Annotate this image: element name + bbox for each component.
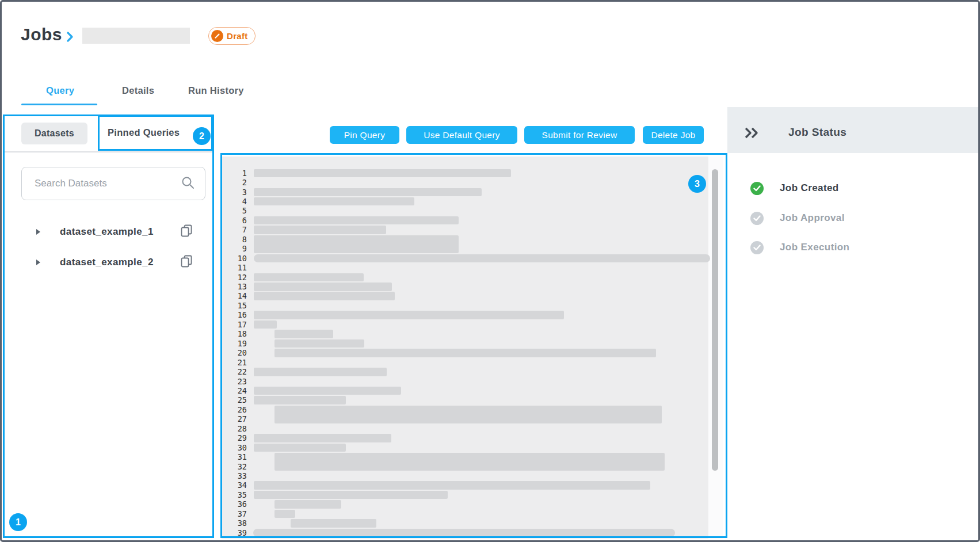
redacted-code-bar [254,292,395,300]
job-status-step-label: Job Approval [780,212,845,224]
code-line: 38 [222,518,723,528]
line-number: 21 [222,358,247,367]
search-icon [181,176,195,192]
collapse-sidebar-icon[interactable] [743,127,761,142]
job-status-step: Job Created [750,181,839,195]
code-line: 31 [222,452,723,462]
line-number: 38 [222,518,247,528]
panel-tab-divider [5,151,213,152]
line-number: 36 [222,499,247,509]
copy-icon[interactable] [181,224,193,240]
line-number: 18 [222,329,247,338]
line-number: 22 [222,367,247,376]
code-line: 4 [222,197,723,207]
line-number: 34 [222,480,247,490]
redacted-code-bar [253,529,675,537]
code-line: 12 [222,273,723,283]
line-number: 30 [222,443,247,452]
pin-query-button[interactable]: Pin Query [330,126,399,144]
tab-pinned-queries[interactable]: Pinned Queries [108,127,180,138]
expand-caret-icon[interactable] [36,259,40,265]
line-number: 32 [222,462,247,471]
redacted-code-bar [254,434,391,442]
tab-datasets[interactable]: Datasets [21,123,87,144]
code-line: 5 [222,206,723,216]
redacted-code-bar [254,368,387,376]
dataset-row: dataset_example_2 [21,254,205,270]
redacted-code-bar [274,330,333,338]
line-number: 39 [222,528,247,537]
breadcrumb-chevron-icon [66,31,74,45]
line-number: 20 [222,348,247,357]
redacted-code-bar [254,283,392,291]
redacted-code-bar [274,510,295,518]
redacted-code-bar [291,519,376,528]
line-number: 17 [222,320,247,329]
code-line: 21 [222,358,723,368]
code-line: 33 [222,471,723,481]
query-editor[interactable]: 1234567891011121314151617181920212223242… [222,157,723,539]
code-line: 2 [222,178,723,188]
code-line: 37 [222,509,723,519]
line-number: 33 [222,471,247,480]
copy-icon[interactable] [181,255,193,270]
line-number: 28 [222,424,247,433]
code-line: 22 [222,367,723,377]
active-tab-underline [21,104,97,105]
code-line: 34 [222,480,723,490]
code-line: 23 [222,377,723,387]
tab-details[interactable]: Details [122,85,154,96]
job-status-title: Job Status [788,126,846,139]
line-number: 6 [222,216,247,225]
line-number: 11 [222,263,247,272]
line-number: 7 [222,225,247,234]
code-line: 39 [222,528,723,538]
redacted-code-bar [274,339,364,348]
code-line: 10 [222,254,723,264]
status-badge-label: Draft [227,31,248,41]
tab-query[interactable]: Query [46,85,74,96]
line-number: 10 [222,254,247,263]
line-number: 14 [222,291,247,300]
redacted-code-bar [254,226,386,234]
line-number: 2 [222,178,247,187]
redacted-code-bar [274,500,341,509]
code-line: 7 [222,225,723,235]
dataset-name[interactable]: dataset_example_2 [60,257,154,268]
code-line: 1 [222,169,723,178]
line-number: 9 [222,244,247,253]
code-line: 11 [222,263,723,273]
submit-for-review-button[interactable]: Submit for Review [524,126,635,144]
line-number: 15 [222,301,247,310]
code-line: 24 [222,386,723,396]
code-line: 6 [222,216,723,226]
dataset-search [21,167,205,200]
code-line: 35 [222,490,723,500]
search-input[interactable] [33,177,181,190]
redacted-code-bar [254,444,346,452]
pencil-icon [211,30,223,42]
code-line: 18 [222,329,723,339]
expand-caret-icon[interactable] [36,229,40,235]
redacted-code-bar [254,396,346,404]
code-line: 15 [222,301,723,311]
redacted-code-bar [254,197,414,206]
job-status-sidebar: Job Status Job CreatedJob ApprovalJob Ex… [727,2,978,540]
job-status-header: Job Status [727,107,978,153]
delete-job-button[interactable]: Delete Job [643,126,704,144]
code-line: 20 [222,348,723,358]
use-default-query-button[interactable]: Use Default Query [406,126,517,144]
line-number: 26 [222,405,247,414]
redacted-code-bar [254,311,564,319]
line-number: 5 [222,206,247,215]
line-number: 19 [222,339,247,348]
tab-run-history[interactable]: Run History [188,85,244,96]
line-number: 37 [222,509,247,518]
jobs-page: Jobs Draft Request approval for reruns Q… [0,0,980,542]
job-status-step-label: Job Created [780,182,839,194]
check-circle-pending-icon [750,241,764,254]
code-line: 19 [222,339,723,349]
dataset-name[interactable]: dataset_example_1 [60,226,154,238]
job-status-step-label: Job Execution [780,242,849,253]
redacted-code-bar [254,481,650,490]
